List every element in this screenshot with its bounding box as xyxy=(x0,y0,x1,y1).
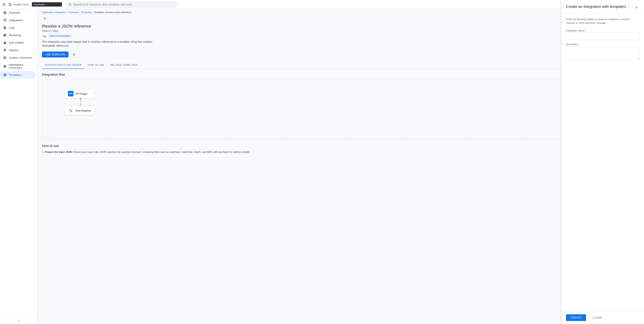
create-integration-panel: Create an integration with templates Ent… xyxy=(562,9,644,324)
sidebar-item-marketplace-connectors[interactable]: Marketplace connectors xyxy=(0,61,36,71)
sidebar-label-marketplace: Marketplace connectors xyxy=(9,63,33,69)
integration-name-group: Integration Name * xyxy=(566,29,640,40)
how-to-section: How to use 1. Prepare the Input JSON: En… xyxy=(42,144,598,154)
sidebar-item-custom-connectors[interactable]: Custom Connectors xyxy=(0,54,36,61)
flow-title: Integration flow xyxy=(42,73,598,77)
sidebar-collapse-btn[interactable] xyxy=(0,318,37,324)
sidebar-label-logs: Logs xyxy=(9,26,15,29)
menu-icon[interactable] xyxy=(2,2,7,7)
sidebar-label-auth: Auth Profiles xyxy=(9,41,24,44)
breadcrumb-sep-1: / xyxy=(67,11,68,14)
template-header: Resolve a JSON reference Others | Utilit… xyxy=(42,24,640,48)
download-button[interactable] xyxy=(70,51,78,57)
integration-name-input[interactable] xyxy=(566,33,640,40)
sidebar-label-templates: Templates xyxy=(9,73,21,76)
breadcrumb-templates[interactable]: Templates xyxy=(81,11,92,14)
sidebar-item-monitoring[interactable]: Monitoring xyxy=(0,31,36,39)
sidebar-item-integrations[interactable]: Integrations xyxy=(0,16,36,24)
back-button[interactable] xyxy=(42,15,48,21)
close-button[interactable]: CLOSE xyxy=(588,314,607,321)
panel-description: Enter the following details to create an… xyxy=(566,17,640,25)
dropdown-icon xyxy=(46,3,48,6)
api-trigger-node: API API Trigger xyxy=(65,89,95,99)
tag-chip: Data Transformation xyxy=(48,34,72,38)
breadcrumb-overview[interactable]: Overview xyxy=(68,11,78,14)
logo-text: Google Cloud xyxy=(13,3,29,6)
download-icon xyxy=(72,53,76,56)
panel-actions: CREATE CLOSE xyxy=(562,311,644,324)
close-icon xyxy=(634,9,638,9)
project-selector[interactable]: my-project xyxy=(32,2,62,6)
tabs: INTEGRATION FLOW VIEWER HOW TO USE RELAT… xyxy=(42,61,640,69)
flow-connector-line xyxy=(81,98,81,106)
custom-connectors-icon xyxy=(3,56,7,60)
template-title: Resolve a JSON reference xyxy=(42,24,640,29)
marketplace-icon xyxy=(3,64,7,68)
sidebar-item-auth-profiles[interactable]: Auth Profiles xyxy=(0,39,36,46)
template-description: This integration uses data mapper task t… xyxy=(42,40,154,48)
google-icon xyxy=(8,3,12,6)
canvas-dots xyxy=(42,80,597,139)
flow-connector-top-dot xyxy=(80,98,82,99)
google-cloud-logo: Google Cloud xyxy=(8,3,29,6)
content-area: Application Integration / Overview / Tem… xyxy=(38,9,644,324)
sidebar-item-overview[interactable]: Overview xyxy=(0,9,36,16)
tab-related-templates[interactable]: RELATED TEMPLATES xyxy=(107,61,141,69)
breadcrumb-sep-3: / xyxy=(92,11,93,14)
tab-integration-flow-viewer[interactable]: INTEGRATION FLOW VIEWER xyxy=(42,61,84,69)
monitoring-icon xyxy=(3,33,7,37)
step1-number: 1. xyxy=(42,151,44,153)
search-icon xyxy=(69,3,72,6)
search-input[interactable] xyxy=(73,3,175,6)
how-to-text: 1. Prepare the Input JSON: Ensure your i… xyxy=(42,150,598,154)
flow-canvas-wrapper: Integration flow API API Trigger xyxy=(42,73,598,154)
search-bar xyxy=(66,1,178,8)
template-subtitle: Others | Utility xyxy=(42,29,640,32)
description-group: Description xyxy=(566,43,640,60)
api-trigger-label: API Trigger xyxy=(76,92,88,95)
breadcrumb-current: Template: resolve-a-json-reference xyxy=(94,11,132,14)
overview-icon xyxy=(3,11,7,15)
tag-row: Tag: Data Transformation xyxy=(42,34,640,38)
sidebar-label-overview: Overview xyxy=(9,11,20,14)
flow-canvas: API API Trigger Data Mapping xyxy=(42,80,598,140)
sidebar-label-regions: Regions xyxy=(9,49,18,52)
templates-icon xyxy=(3,73,7,77)
integration-name-label: Integration Name * xyxy=(566,29,640,32)
how-to-title: How to use xyxy=(42,144,598,148)
breadcrumb: Application Integration / Overview / Tem… xyxy=(38,9,644,15)
breadcrumb-app[interactable]: Application Integration xyxy=(42,11,66,14)
topbar: Google Cloud my-project U xyxy=(0,0,644,9)
auth-icon xyxy=(3,41,7,45)
sidebar-item-logs[interactable]: Logs xyxy=(0,24,36,31)
regions-icon xyxy=(3,48,7,52)
tab-how-to-use[interactable]: HOW TO USE xyxy=(84,61,107,69)
panel-body: Enter the following details to create an… xyxy=(562,14,644,311)
data-mapping-node: Data Mapping xyxy=(65,106,95,115)
step1-text: Ensure your input order JSON matches the… xyxy=(74,151,250,153)
sidebar: Overview Integrations Logs Monitoring Au… xyxy=(0,9,38,324)
integrations-icon xyxy=(3,18,7,22)
use-template-button[interactable]: USE TEMPLATE xyxy=(42,51,68,57)
sidebar-label-custom-connectors: Custom Connectors xyxy=(9,56,32,59)
description-input[interactable] xyxy=(566,46,640,60)
panel-header: Create an integration with templates xyxy=(562,9,644,14)
sidebar-item-regions[interactable]: Regions xyxy=(0,46,36,54)
sidebar-label-integrations: Integrations xyxy=(9,19,23,22)
logs-icon xyxy=(3,26,7,30)
breadcrumb-sep-2: / xyxy=(79,11,80,14)
page-content: Resolve a JSON reference Others | Utilit… xyxy=(38,15,644,324)
flow-section: Integration flow API API Trigger xyxy=(42,73,640,154)
action-row: USE TEMPLATE xyxy=(42,51,640,57)
description-label: Description xyxy=(566,43,640,46)
main-layout: Overview Integrations Logs Monitoring Au… xyxy=(0,9,644,324)
required-marker: * xyxy=(585,29,586,32)
step1-bold: Prepare the Input JSON: xyxy=(45,151,73,153)
api-icon: API xyxy=(68,91,74,96)
project-name: my-project xyxy=(34,3,45,6)
data-mapping-icon xyxy=(68,108,74,113)
sidebar-item-templates[interactable]: Templates xyxy=(0,71,36,79)
panel-close-button[interactable] xyxy=(634,9,640,10)
sidebar-label-monitoring: Monitoring xyxy=(9,34,21,37)
create-button[interactable]: CREATE xyxy=(566,314,586,321)
